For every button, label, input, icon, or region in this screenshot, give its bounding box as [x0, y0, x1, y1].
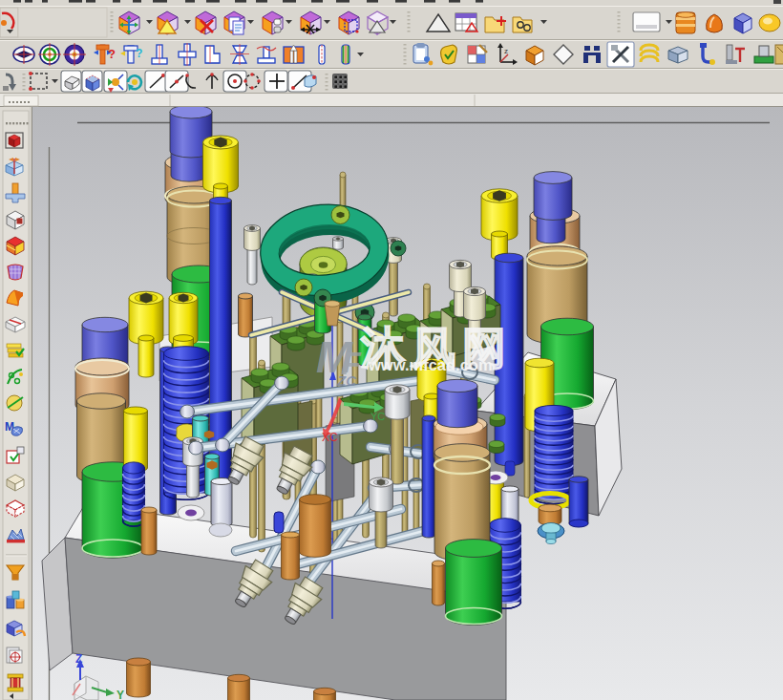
svg-text:?: ? — [108, 47, 116, 61]
svg-text:www.mfcad.com: www.mfcad.com — [368, 356, 493, 373]
svg-text:?: ? — [136, 47, 142, 60]
svg-text:Y: Y — [116, 689, 124, 700]
svg-text:ZC: ZC — [336, 372, 357, 389]
svg-text:YC: YC — [370, 411, 385, 422]
svg-text:Z: Z — [75, 652, 82, 666]
svg-text:XC: XC — [322, 431, 338, 444]
svg-text:z: z — [504, 47, 508, 55]
